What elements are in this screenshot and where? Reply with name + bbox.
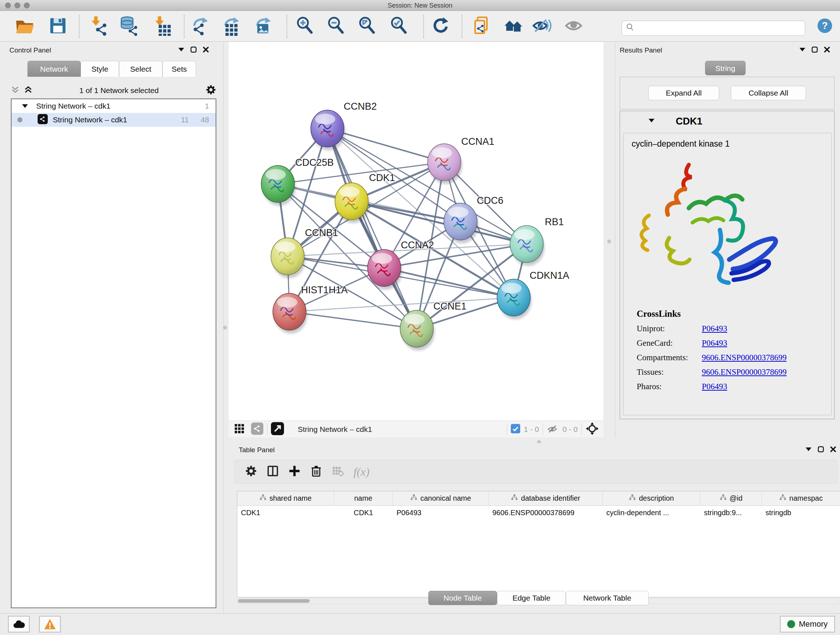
network-collection-row[interactable]: String Network – cdk1 1 — [11, 99, 216, 113]
export-network-icon — [191, 16, 211, 37]
column-network-icon — [779, 494, 786, 503]
zoom-in-button[interactable] — [294, 16, 315, 36]
cloud-button[interactable] — [8, 616, 30, 632]
clone-network-button[interactable] — [472, 16, 492, 36]
function-builder-icon: f(x) — [354, 465, 369, 478]
column-header-database-identifier[interactable]: database identifier — [489, 491, 603, 505]
scrollbar-thumb[interactable] — [238, 599, 309, 603]
table-toolbar: f(x) — [234, 460, 837, 484]
column-header-shared-name[interactable]: shared name — [237, 491, 334, 505]
edge-HIST1H1A-CCNE1[interactable] — [289, 312, 417, 329]
zoom-selected-button[interactable] — [388, 16, 409, 36]
open-session-button[interactable] — [14, 16, 35, 36]
crosslink-link[interactable]: 9606.ENSP00000378699 — [702, 353, 787, 363]
collapse-all-networks-icon[interactable] — [11, 86, 19, 96]
expand-all-networks-icon[interactable] — [24, 86, 33, 96]
table-row[interactable]: CDK1CDK1P064939606.ENSP00000378699cyclin… — [237, 506, 840, 519]
hide-selected-button[interactable] — [532, 16, 552, 36]
right-divider-grip[interactable] — [607, 240, 611, 243]
network-birdseye-icon[interactable] — [251, 423, 264, 436]
first-neighbors-button[interactable] — [503, 16, 523, 36]
network-options-gear-icon[interactable] — [205, 84, 216, 97]
hidden-eye-slash-icon[interactable] — [546, 423, 559, 436]
help-button[interactable]: ? — [815, 16, 835, 36]
edge-CDK1-RB1[interactable] — [352, 201, 527, 244]
refresh-layout-button[interactable] — [431, 16, 451, 36]
tab-select[interactable]: Select — [119, 61, 163, 77]
node-label-CCNB2: CCNB2 — [344, 101, 377, 112]
column-header-canonical-name[interactable]: canonical name — [393, 491, 489, 505]
zoom-fit-button[interactable] — [357, 16, 377, 36]
import-table-icon — [152, 16, 172, 37]
tab-style[interactable]: Style — [81, 61, 119, 77]
panel-close-icon[interactable] — [830, 446, 836, 454]
panel-close-icon[interactable] — [824, 46, 830, 54]
selected-checkbox-icon[interactable] — [511, 424, 520, 435]
network-label: String Network – cdk1 — [53, 116, 127, 124]
panel-float-icon[interactable] — [190, 46, 197, 54]
tab-string[interactable]: String — [705, 61, 745, 75]
results-panel-title: Results Panel — [620, 46, 662, 54]
panel-menu-icon[interactable] — [805, 447, 812, 453]
crosslink-link[interactable]: P06493 — [702, 324, 727, 333]
tab-edge-table[interactable]: Edge Table — [497, 591, 566, 605]
add-column-icon[interactable] — [288, 465, 301, 478]
protein-expander-icon[interactable] — [648, 118, 655, 125]
save-session-button[interactable] — [48, 16, 68, 36]
panel-menu-icon[interactable] — [799, 47, 806, 54]
import-network-button[interactable] — [88, 16, 109, 36]
panel-float-icon[interactable] — [812, 46, 818, 54]
collection-count: 1 — [205, 102, 209, 111]
tab-network[interactable]: Network — [27, 61, 81, 77]
edge-CCNA2-CDKN1A[interactable] — [384, 268, 514, 298]
fit-selection-crosshair-icon[interactable] — [585, 422, 599, 437]
grid-view-icon[interactable] — [234, 423, 246, 436]
delete-column-icon[interactable] — [310, 465, 322, 478]
column-header--id[interactable]: @id — [700, 491, 762, 505]
node-CCNB1[interactable]: CCNB1 — [271, 227, 338, 278]
collapse-all-button[interactable]: Collapse All — [731, 86, 806, 100]
show-all-button[interactable] — [564, 16, 584, 36]
search-input[interactable] — [635, 22, 805, 35]
export-table-icon — [222, 16, 242, 37]
node-RB1[interactable]: RB1 — [510, 217, 564, 266]
panel-menu-icon[interactable] — [178, 47, 185, 54]
export-network-button[interactable] — [191, 16, 211, 36]
column-header-description[interactable]: description — [603, 491, 700, 505]
memory-button[interactable]: Memory — [780, 616, 835, 632]
open-session-icon — [14, 16, 35, 37]
collection-expander-icon[interactable] — [22, 102, 28, 111]
tab-sets[interactable]: Sets — [163, 61, 196, 77]
crosslink-link[interactable]: 9606.ENSP00000378699 — [702, 367, 787, 377]
edge-CCNB2-CCNE1[interactable] — [327, 128, 417, 329]
export-table-button[interactable] — [222, 16, 242, 36]
warnings-button[interactable] — [39, 616, 61, 632]
expand-all-button[interactable]: Expand All — [648, 86, 719, 100]
column-header-namespac[interactable]: namespac — [762, 491, 840, 505]
table-settings-gear-icon[interactable] — [245, 465, 257, 478]
panel-float-icon[interactable] — [818, 446, 824, 454]
detach-view-icon[interactable] — [271, 422, 284, 437]
column-label: namespac — [789, 494, 823, 502]
node-CDKN1A[interactable]: CDKN1A — [497, 270, 569, 319]
node-CCNA1[interactable]: CCNA1 — [428, 136, 494, 184]
show-columns-icon[interactable] — [267, 465, 279, 478]
network-row-selected[interactable]: String Network – cdk1 11 48 — [11, 113, 216, 127]
left-divider-grip[interactable] — [223, 326, 227, 329]
network-canvas[interactable]: CCNB2 CCNA1 CDC25B CDK1 CDC6 RB1 — [229, 42, 603, 421]
zoom-out-button[interactable] — [325, 16, 346, 36]
export-image-button[interactable] — [254, 16, 274, 36]
column-label: shared name — [270, 494, 312, 502]
tab-network-table[interactable]: Network Table — [566, 591, 649, 605]
crosslink-link[interactable]: P06493 — [702, 339, 727, 348]
tab-node-table[interactable]: Node Table — [428, 591, 497, 605]
crosslink-link[interactable]: P06493 — [702, 382, 727, 391]
import-database-button[interactable] — [118, 16, 139, 36]
panel-close-icon[interactable] — [202, 46, 209, 54]
table-panel: Table Panel f(x) shared namenamecanonica… — [232, 443, 840, 613]
import-table-button[interactable] — [152, 16, 172, 36]
node-CCNE1[interactable]: CCNE1 — [400, 301, 467, 350]
node-label-CDC6: CDC6 — [477, 195, 504, 206]
column-header-name[interactable]: name — [334, 491, 393, 505]
crosslink-label: Pharos: — [637, 382, 702, 391]
